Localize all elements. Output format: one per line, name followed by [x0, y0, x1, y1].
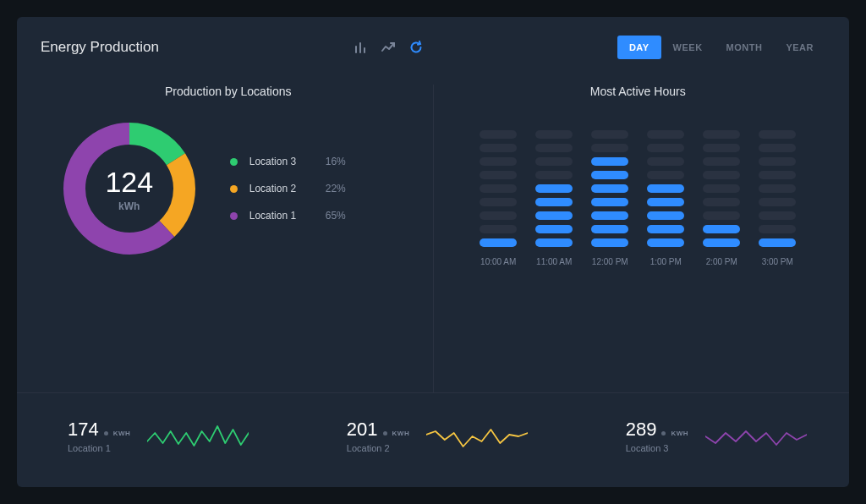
legend-pct: 16%: [326, 156, 346, 167]
spark-unit: KWH: [113, 430, 131, 437]
hour-segment: [759, 198, 796, 206]
spark-location: Location 1: [68, 443, 130, 453]
hour-segment: [759, 157, 796, 166]
hour-segment: [647, 184, 684, 193]
hour-column: 12:00 PM: [591, 120, 628, 266]
hour-segment: [703, 225, 740, 233]
hour-segment: [535, 171, 573, 179]
hours-chart: 10:00 AM11:00 AM12:00 PM1:00 PM2:00 PM3:…: [480, 120, 796, 266]
hour-segment: [759, 238, 796, 247]
spark-unit: KWH: [671, 430, 688, 437]
legend-row: Location 165%: [230, 210, 399, 222]
panel-most-active-hours: Most Active Hours 10:00 AM11:00 AM12:00 …: [434, 85, 826, 392]
hour-label: 2:00 PM: [706, 257, 737, 266]
hour-column: 1:00 PM: [647, 120, 684, 266]
donut-unit: kWh: [118, 200, 140, 212]
hour-segment: [591, 198, 628, 206]
hour-bars: [535, 120, 573, 247]
panel-title-locations: Production by Locations: [165, 85, 291, 98]
hour-label: 10:00 AM: [480, 257, 516, 266]
dot-icon: [661, 431, 666, 436]
time-range-tabs: DAYWEEKMONTHYEAR: [617, 36, 825, 59]
hour-segment: [591, 184, 628, 193]
page-title: Energy Production: [41, 39, 159, 56]
hour-label: 12:00 PM: [592, 257, 628, 266]
hour-segment: [647, 225, 684, 233]
hour-bars: [703, 120, 740, 247]
location-sparklines: 174KWHLocation 1201KWHLocation 2289KWHLo…: [17, 392, 849, 487]
hour-segment: [703, 171, 740, 179]
hour-segment: [480, 198, 517, 206]
hour-segment: [759, 225, 796, 233]
hour-segment: [591, 211, 628, 220]
hour-segment: [647, 198, 684, 206]
range-tab-week[interactable]: WEEK: [661, 36, 715, 59]
hour-segment: [759, 144, 796, 152]
legend-dot-icon: [230, 158, 238, 166]
hour-segment: [647, 130, 684, 139]
spark-meta: 289KWHLocation 3: [626, 419, 688, 453]
hour-segment: [759, 171, 796, 179]
hour-segment: [591, 130, 628, 139]
hour-bars: [759, 120, 796, 247]
spark-meta: 174KWHLocation 1: [68, 419, 130, 453]
dashboard-card: Energy Production DAYWEEKMONTHYEAR: [17, 17, 849, 487]
hour-segment: [703, 198, 740, 206]
hour-column: 2:00 PM: [703, 120, 740, 266]
hour-segment: [480, 238, 517, 247]
hour-segment: [759, 184, 796, 193]
hour-segment: [480, 225, 517, 233]
hour-column: 3:00 PM: [759, 120, 796, 266]
donut-value: 124: [105, 166, 153, 199]
spark-location: Location 3: [626, 443, 688, 453]
chart-type-switch: [354, 41, 423, 54]
legend-name: Location 2: [249, 183, 326, 194]
bar-chart-icon[interactable]: [354, 41, 367, 54]
hour-segment: [759, 130, 796, 139]
hour-segment: [591, 225, 628, 233]
hour-segment: [591, 157, 628, 166]
hour-segment: [591, 144, 628, 152]
hour-segment: [535, 130, 573, 139]
hour-column: 11:00 AM: [535, 120, 573, 266]
donut-center: 124 kWh: [58, 117, 201, 260]
legend-pct: 65%: [326, 210, 346, 222]
hour-segment: [703, 130, 740, 139]
range-tab-day[interactable]: DAY: [617, 36, 661, 59]
header: Energy Production DAYWEEKMONTHYEAR: [17, 17, 849, 68]
hour-segment: [535, 157, 573, 166]
hour-segment: [480, 184, 517, 193]
hour-column: 10:00 AM: [480, 120, 517, 266]
hour-label: 11:00 AM: [536, 257, 572, 266]
hour-segment: [535, 144, 573, 152]
range-tab-year[interactable]: YEAR: [774, 36, 825, 59]
donut-legend: Location 316%Location 222%Location 165%: [230, 156, 399, 222]
spark-location: Location 2: [347, 443, 409, 453]
hour-segment: [591, 238, 628, 247]
spark-value: 289: [626, 419, 657, 441]
legend-pct: 22%: [326, 183, 346, 194]
spark-meta: 201KWHLocation 2: [347, 419, 409, 453]
legend-dot-icon: [230, 185, 238, 193]
sparkline-card: 174KWHLocation 1: [68, 419, 249, 453]
trend-up-icon[interactable]: [381, 41, 396, 54]
hour-segment: [647, 157, 684, 166]
hour-segment: [647, 238, 684, 247]
legend-row: Location 222%: [230, 183, 399, 194]
hour-segment: [647, 211, 684, 220]
hour-segment: [703, 211, 740, 220]
hour-segment: [480, 211, 517, 220]
hour-label: 1:00 PM: [650, 257, 682, 266]
hour-bars: [480, 120, 517, 247]
legend-row: Location 316%: [230, 156, 399, 167]
hour-segment: [647, 171, 684, 179]
hour-segment: [703, 157, 740, 166]
spark-value: 174: [68, 419, 99, 441]
donut-chart: 124 kWh: [58, 117, 201, 260]
spark-value: 201: [347, 419, 378, 441]
donut-row: 124 kWh Location 316%Location 222%Locati…: [58, 117, 399, 260]
legend-dot-icon: [230, 212, 238, 220]
hour-segment: [535, 198, 573, 206]
range-tab-month[interactable]: MONTH: [715, 36, 775, 59]
refresh-icon[interactable]: [409, 41, 423, 54]
